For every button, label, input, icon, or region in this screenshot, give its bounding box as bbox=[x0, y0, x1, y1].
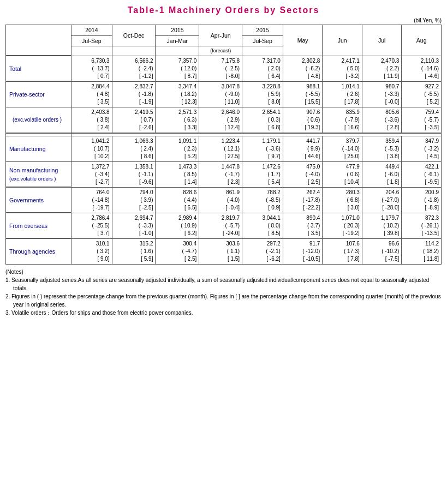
nonmanuf-7: 449.4 ( -6.0) [ 1.8] bbox=[362, 161, 402, 187]
total-4: 7,317.0 ( 2.0) [ 6.4] bbox=[242, 56, 283, 81]
header-jul-sep-2014: Jul-Sep bbox=[71, 35, 112, 46]
nonmanuf-8: 422.1 ( -6.1) [ -9.5] bbox=[402, 161, 442, 187]
label-governments: Governments bbox=[6, 187, 71, 213]
total-3: 7,175.8 ( -2.5) [ -8.0] bbox=[199, 56, 242, 81]
main-table: 2014 Oct-Dec 2015 Apr-Jun 2015 May Jun J… bbox=[5, 25, 442, 265]
label-through-agencies: Through agencies bbox=[6, 238, 71, 264]
exc-1: 2,419.5 ( 0.7) [ -2.6] bbox=[112, 107, 156, 133]
gov-8: 200.9 ( -1.8) [ -8.9] bbox=[402, 187, 442, 213]
header-oct-dec: Oct-Dec bbox=[112, 25, 156, 46]
h1 bbox=[71, 46, 112, 56]
label-private: Private-sector bbox=[6, 81, 71, 107]
nonmanuf-6: 477.9 ( 0.6) [ 10.4] bbox=[323, 161, 362, 187]
manuf-2: 1,091.1 ( 2.3) [ 5.2] bbox=[156, 136, 199, 161]
manuf-7: 359.4 ( -5.3) [ 3.8] bbox=[362, 136, 402, 161]
header-aug: Aug bbox=[402, 25, 442, 56]
notes-section: (Notes)1. Seasonally adjusted series.As … bbox=[5, 268, 442, 317]
exc-7: 805.6 ( -3.6) [ 2.8] bbox=[362, 107, 402, 133]
header-year-2014: 2014 bbox=[71, 25, 112, 36]
header-jul: Jul bbox=[362, 25, 402, 56]
exc-4: 2,654.1 ( 0.3) [ 6.8] bbox=[242, 107, 283, 133]
notes-header: (Notes) bbox=[13, 268, 442, 276]
h2 bbox=[112, 46, 156, 56]
gov-4: 788.2 ( -8.5) [ 0.9] bbox=[242, 187, 283, 213]
exc-2: 2,571.3 ( 6.3) [ 3.3] bbox=[156, 107, 199, 133]
header-year-2015b: 2015 bbox=[242, 25, 283, 36]
private-8: 927.2 ( -5.5) [ 5.2] bbox=[402, 81, 442, 107]
total-0: 6,730.3 ( -13.7) [ 0.7] bbox=[71, 56, 112, 81]
overseas-0: 2,786.4 ( -25.5) [ 3.7] bbox=[71, 213, 112, 238]
manuf-3: 1,223.4 ( 12.1) [ 27.5] bbox=[199, 136, 242, 161]
note-3: 3. Volatile orders：Orders for ships and … bbox=[13, 309, 442, 317]
private-0: 2,884.4 ( 4.8) [ 3.5] bbox=[71, 81, 112, 107]
label-total: Total bbox=[6, 56, 71, 81]
total-7: 2,470.3 ( 2.2) [ 11.9] bbox=[362, 56, 402, 81]
manuf-8: 347.9 ( -3.2) [ 4.5] bbox=[402, 136, 442, 161]
private-3: 3,047.8 ( -9.0) [ 11.0] bbox=[199, 81, 242, 107]
agencies-3: 303.6 ( 1.1) [ 1.5] bbox=[199, 238, 242, 264]
header-apr-jun: Apr-Jun bbox=[199, 25, 242, 46]
private-1: 2,832.7 ( -1.8) [ -1.9] bbox=[112, 81, 156, 107]
agencies-2: 300.4 ( -4.7) [ 2.5] bbox=[156, 238, 199, 264]
nonmanuf-5: 475.0 ( -4.0) [ 2.5] bbox=[283, 161, 323, 187]
overseas-7: 1,179.7 ( 10.2) [ 39.8] bbox=[362, 213, 402, 238]
manuf-1: 1,066.3 ( 2.4) [ 8.6] bbox=[112, 136, 156, 161]
label-manufacturing: Manufacturing bbox=[6, 136, 71, 161]
agencies-6: 107.6 ( 17.3) [ 7.8] bbox=[323, 238, 362, 264]
nonmanuf-1: 1,358.1 ( -1.1) [ -9.6] bbox=[112, 161, 156, 187]
total-5: 2,302.8 ( -6.2) [ 4.8] bbox=[283, 56, 323, 81]
note-1: 1. Seasonally adjusted series.As all ser… bbox=[13, 276, 442, 292]
exc-0: 2,403.8 ( 3.8) [ 2.4] bbox=[71, 107, 112, 133]
gov-1: 794.0 ( 3.9) [ -2.5] bbox=[112, 187, 156, 213]
note-2: 2. Figures in ( ) represent the percenta… bbox=[13, 292, 442, 309]
nonmanuf-3: 1,447.8 ( -1.7) [ 2.3] bbox=[199, 161, 242, 187]
header-jan-mar: Jan-Mar bbox=[156, 35, 199, 46]
overseas-2: 2,989.4 ( 10.9) [ 6.2] bbox=[156, 213, 199, 238]
gov-6: 280.3 ( 6.8) [ 3.0] bbox=[323, 187, 362, 213]
total-2: 7,357.0 ( 12.0) [ 8.7] bbox=[156, 56, 199, 81]
header-may: May bbox=[283, 25, 323, 56]
private-5: 988.1 ( -5.5) [ 15.5] bbox=[283, 81, 323, 107]
unit-note: (bil.Yen, %) bbox=[5, 17, 442, 23]
agencies-7: 96.6 ( -10.2) [ -7.5] bbox=[362, 238, 402, 264]
private-4: 3,228.8 ( 5.9) [ 8.0] bbox=[242, 81, 283, 107]
gov-0: 764.0 ( -14.8) [ -19.7] bbox=[71, 187, 112, 213]
label-from-overseas: From overseas bbox=[6, 213, 71, 238]
h3 bbox=[156, 46, 199, 56]
agencies-5: 91.7 ( -12.0) [ -10.5] bbox=[283, 238, 323, 264]
gov-7: 204.6 ( -27.0) [ -28.0] bbox=[362, 187, 402, 213]
header-label-col bbox=[6, 25, 71, 56]
nonmanuf-2: 1,473.3 ( 8.5) [ 1.4] bbox=[156, 161, 199, 187]
overseas-5: 890.4 ( 3.7) [ 3.5] bbox=[283, 213, 323, 238]
nonmanuf-0: 1,372.7 ( -3.4) [ -2.7] bbox=[71, 161, 112, 187]
gov-2: 828.6 ( 4.4) [ 6.5] bbox=[156, 187, 199, 213]
manuf-6: 379.7 ( -14.0) [ 25.0] bbox=[323, 136, 362, 161]
private-2: 3,347.4 ( 18.2) [ 12.3] bbox=[156, 81, 199, 107]
overseas-3: 2,819.7 ( -5.7) [ -24.0] bbox=[199, 213, 242, 238]
agencies-4: 297.2 ( -2.1) [ -6.2] bbox=[242, 238, 283, 264]
private-6: 1,014.1 ( 2.6) [ 17.8] bbox=[323, 81, 362, 107]
exc-3: 2,646.0 ( 2.9) [ 12.4] bbox=[199, 107, 242, 133]
total-8: 2,110.3 ( -14.6) [ -4.6] bbox=[402, 56, 442, 81]
overseas-1: 2,694.7 ( -3.3) [ -1.0] bbox=[112, 213, 156, 238]
forecast-note: (forecast) bbox=[199, 46, 242, 56]
overseas-8: 872.3 ( -26.1) [ -13.5] bbox=[402, 213, 442, 238]
overseas-6: 1,071.0 ( 20.3) [ -19.2] bbox=[323, 213, 362, 238]
header-year-2015: 2015 bbox=[156, 25, 199, 36]
agencies-1: 315.2 ( 1.6) [ 5.9] bbox=[112, 238, 156, 264]
label-exc-volatile: (exc.volatile orders ) bbox=[6, 107, 71, 133]
header-jul-sep-2015: Jul-Sep bbox=[242, 35, 283, 46]
gov-3: 861.9 ( 4.0) [ -0.4] bbox=[199, 187, 242, 213]
exc-8: 759.4 ( -5.7) [ -3.5] bbox=[402, 107, 442, 133]
private-7: 980.7 ( -3.3) [ -0.0] bbox=[362, 81, 402, 107]
exc-5: 907.6 ( 0.6) [ 19.3] bbox=[283, 107, 323, 133]
manuf-4: 1,179.1 ( -3.6) [ 9.7] bbox=[242, 136, 283, 161]
overseas-4: 3,044.1 ( 8.0) [ 8.5] bbox=[242, 213, 283, 238]
label-non-manufacturing: Non-manufacturing(exc.volatile orders ) bbox=[6, 161, 71, 187]
agencies-8: 114.2 ( 18.2) [ 11.8] bbox=[402, 238, 442, 264]
total-1: 6,566.2 ( -2.4) [ -1.2] bbox=[112, 56, 156, 81]
header-jun: Jun bbox=[323, 25, 362, 56]
total-6: 2,417.1 ( 5.0) [ -3.2] bbox=[323, 56, 362, 81]
agencies-0: 310.1 ( 3.2) [ 9.0] bbox=[71, 238, 112, 264]
nonmanuf-4: 1,472.6 ( 1.7) [ 5.4] bbox=[242, 161, 283, 187]
